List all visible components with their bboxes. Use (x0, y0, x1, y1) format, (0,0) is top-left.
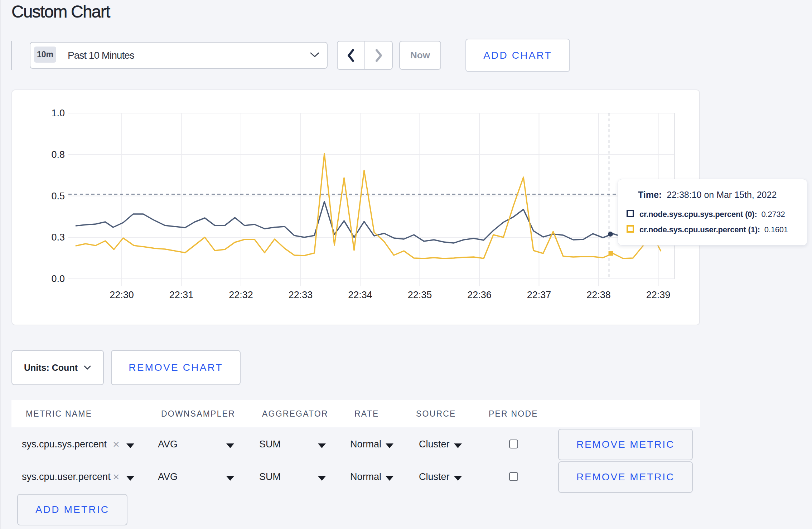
svg-text:1.0: 1.0 (51, 108, 65, 118)
svg-text:22:34: 22:34 (348, 290, 372, 300)
svg-text:22:37: 22:37 (527, 290, 551, 300)
svg-text:22:32: 22:32 (229, 290, 253, 300)
svg-text:22:35: 22:35 (408, 290, 432, 300)
svg-text:22:30: 22:30 (110, 290, 134, 300)
svg-text:22:39: 22:39 (646, 290, 671, 300)
svg-text:0.0: 0.0 (51, 273, 65, 284)
svg-text:22:33: 22:33 (289, 290, 313, 300)
svg-text:0.3: 0.3 (51, 232, 65, 243)
svg-text:22:31: 22:31 (169, 290, 194, 300)
svg-text:0.8: 0.8 (51, 149, 65, 160)
svg-text:0.5: 0.5 (51, 191, 65, 202)
svg-text:22:38: 22:38 (586, 290, 611, 300)
svg-text:22:36: 22:36 (467, 290, 492, 300)
